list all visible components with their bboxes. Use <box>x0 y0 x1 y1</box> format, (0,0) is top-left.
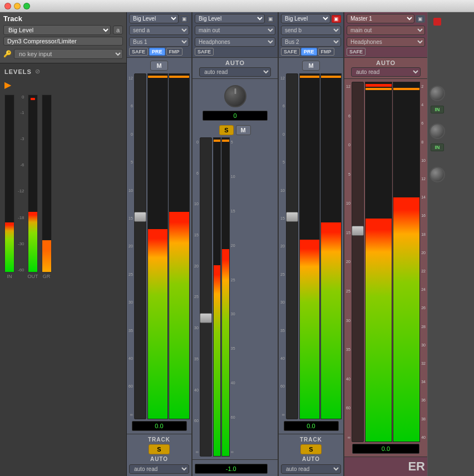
master-fader-knob[interactable] <box>352 226 364 236</box>
master-meter <box>365 82 420 442</box>
ch3-ml-fill <box>300 240 320 419</box>
ch1-peak-r <box>169 76 189 78</box>
ch1-meter-right <box>169 73 190 419</box>
master-peak-r <box>393 88 419 90</box>
ch2-bus-select[interactable]: Headphones <box>195 37 275 47</box>
ch2-name-row: Big Level ▣ <box>195 14 275 23</box>
master-footer: ER <box>344 457 427 476</box>
ch2-auto-read-select[interactable]: auto read <box>199 67 271 77</box>
ch3-fmp-btn[interactable]: FMP <box>318 48 334 56</box>
master-meter-right <box>393 82 420 442</box>
master-settings-btn[interactable]: ▣ <box>416 15 425 23</box>
rec-indicator[interactable] <box>433 18 441 26</box>
ch2-meter-right <box>221 137 230 457</box>
ch3-bus-select[interactable]: Bus 2 <box>281 37 341 47</box>
ch3-pre-btn[interactable]: PRE <box>301 48 317 56</box>
track-name-row: Big Level a <box>3 25 123 35</box>
big-level-select[interactable]: Big Level <box>3 25 111 35</box>
ch2-settings-btn[interactable]: ▣ <box>266 15 275 23</box>
ch1-mute-btn[interactable]: M <box>150 61 167 71</box>
ch2-knob[interactable] <box>224 85 246 107</box>
levels-title: LEVELS <box>4 68 32 75</box>
master-send-select[interactable]: main out <box>347 26 425 35</box>
ch2-scale-right: 5 10 15 20 25 30 35 40 60 ∞ <box>231 137 235 457</box>
channel-2: Big Level ▣ main out Headphones SAFE <box>192 12 279 476</box>
in-btn-1[interactable]: IN <box>431 106 444 113</box>
ch1-auto-label: AUTO <box>129 456 189 462</box>
a-button[interactable]: a <box>113 26 123 34</box>
ch2-mr-fill <box>222 249 229 456</box>
ch1-settings-btn[interactable]: ▣ <box>180 15 189 23</box>
track-panel: Track Big Level a Dyn3 Compressor/Limite… <box>0 12 127 476</box>
key-input-select[interactable]: no key input <box>14 49 123 59</box>
ch2-value-top: 0 <box>203 111 268 121</box>
ch2-peak-l <box>214 140 221 142</box>
ch3-peak-r <box>321 76 341 78</box>
ch3-body: M 12 6 0 5 10 15 20 25 30 <box>279 58 343 434</box>
ch3-auto-select[interactable]: auto read <box>281 464 341 474</box>
knob-1[interactable] <box>429 86 445 101</box>
knob-3[interactable] <box>429 167 445 182</box>
ch3-value: 0.0 <box>284 421 339 431</box>
ch3-name-select[interactable]: Big Level <box>281 14 330 23</box>
ch2-peak-r <box>222 140 229 142</box>
ch1-fader[interactable] <box>134 73 146 419</box>
close-button[interactable] <box>4 3 11 9</box>
ch3-mute-btn[interactable]: M <box>302 61 319 71</box>
ch1-value: 0.0 <box>132 421 187 431</box>
plugin-row: Dyn3 Compressor/Limiter <box>3 37 123 46</box>
meters-container: IN 0 -1 -3 -6 -12 -18 <box>4 95 122 472</box>
master-fader[interactable] <box>352 82 364 442</box>
right-knobs-strip: IN IN <box>428 12 447 476</box>
knob-2[interactable] <box>429 123 445 139</box>
master-auto-read-select[interactable]: auto read <box>351 67 421 77</box>
ch3-fader-area: 12 6 0 5 10 15 20 25 30 35 40 60 <box>280 73 342 419</box>
ch2-solo-btn[interactable]: S <box>219 125 233 135</box>
plugin-button[interactable]: Dyn3 Compressor/Limiter <box>3 37 123 46</box>
ch1-fmp-btn[interactable]: FMP <box>166 48 182 56</box>
maximize-button[interactable] <box>23 3 30 9</box>
ch1-auto-select[interactable]: auto read <box>129 464 189 474</box>
ch1-pre-btn[interactable]: PRE <box>149 48 165 56</box>
ch1-bus-select[interactable]: Bus 1 <box>129 37 189 47</box>
ch1-send-select[interactable]: send a <box>129 26 189 35</box>
ch3-fader-knob[interactable] <box>286 212 298 222</box>
master-peak-l <box>366 88 392 90</box>
ch2-header: Big Level ▣ main out Headphones SAFE <box>192 12 278 58</box>
ch2-fader-knob[interactable] <box>200 313 212 323</box>
ch3-mr-fill <box>321 222 341 419</box>
master-name-row: Master 1 ▣ <box>347 14 425 23</box>
ch1-solo-btn[interactable]: S <box>149 444 169 454</box>
main-window: Track Big Level a Dyn3 Compressor/Limite… <box>0 0 474 476</box>
ch1-safe-btn[interactable]: SAFE <box>129 48 148 56</box>
transport-area: ▶ <box>4 80 122 90</box>
master-name-select[interactable]: Master 1 <box>347 14 414 23</box>
ch3-solo-btn[interactable]: S <box>300 444 321 454</box>
minimize-button[interactable] <box>14 3 21 9</box>
window-controls <box>4 3 30 9</box>
play-button[interactable]: ▶ <box>4 80 11 90</box>
ch3-safe-btn[interactable]: SAFE <box>281 48 300 56</box>
in-btn-2[interactable]: IN <box>431 143 444 151</box>
ch1-name-select[interactable]: Big Level <box>129 14 179 23</box>
ch3-scale: 12 6 0 5 10 15 20 25 30 35 40 60 <box>280 73 285 419</box>
ch1-fader-knob[interactable] <box>134 212 146 222</box>
master-safe-btn[interactable]: SAFE <box>347 48 366 56</box>
master-bus-select[interactable]: Headphones <box>347 37 425 47</box>
gr-meter-group: GR <box>42 95 52 279</box>
ch2-fader[interactable] <box>200 137 212 457</box>
gr-meter <box>42 95 52 272</box>
master-meter-left <box>365 82 392 442</box>
ch2-safe-btn[interactable]: SAFE <box>195 48 214 56</box>
gr-fill <box>42 240 51 272</box>
ch2-meter-left <box>213 137 221 457</box>
ch2-send-select[interactable]: main out <box>195 26 275 35</box>
levels-section: LEVELS ⊘ ▶ IN <box>0 63 126 476</box>
ch3-send-select[interactable]: send b <box>281 26 341 35</box>
ch3-fader[interactable] <box>286 73 298 419</box>
ch2-name-select[interactable]: Big Level <box>195 14 265 23</box>
ch3-header: Big Level ▣ send b Bus 2 SAFE PRE FMP <box>279 12 343 58</box>
ch3-rec-btn[interactable]: ▣ <box>332 15 341 23</box>
mixer-area: Big Level ▣ send a Bus 1 SAFE PRE FMP <box>127 12 474 476</box>
ch2-mute-btn[interactable]: M <box>236 125 251 135</box>
